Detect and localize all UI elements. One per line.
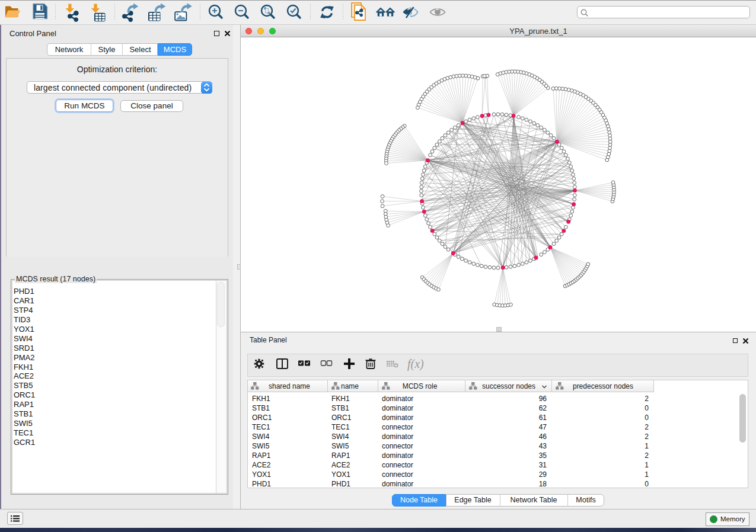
svg-text:f(x): f(x) (407, 357, 424, 371)
